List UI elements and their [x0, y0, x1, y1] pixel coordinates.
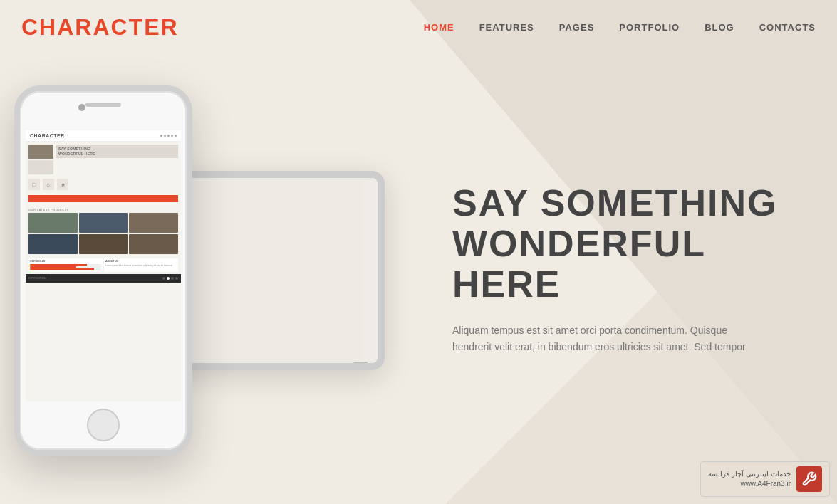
navigation: HOME FEATURES PAGES PORTFOLIO BLOG CONTA… [424, 22, 816, 33]
mini-orange-box [28, 195, 178, 202]
mini-website: CHARACTER SAY S [26, 130, 181, 401]
mini-footer-dot [162, 277, 165, 280]
mini-nav-dot [167, 135, 170, 137]
mini-headline: SAY SOMETHINGWONDERFUL HERE [56, 145, 178, 158]
mini-footer-dots [162, 277, 178, 280]
phone-mockup: CHARACTER SAY S [14, 85, 192, 456]
mini-icons-row: □ ☼ ★ [26, 177, 181, 191]
mini-footer-dot [175, 277, 178, 280]
mini-sidebar-img [28, 145, 53, 159]
mini-nav-dot [175, 135, 177, 137]
nav-contacts[interactable]: CONTACTS [759, 22, 816, 33]
phone-camera [78, 104, 85, 111]
watermark-icon [796, 466, 822, 492]
nav-pages[interactable]: PAGES [559, 22, 595, 33]
mini-footer-dot [171, 277, 174, 280]
device-mockup-area: CHARACTER SAY S [0, 43, 399, 498]
mini-project-item [129, 234, 178, 254]
hero-description: Aliquam tempus est sit amet orci porta c… [452, 322, 766, 356]
mini-footer: COPYRIGHT 2014 [26, 274, 181, 283]
mini-nav-dot [171, 135, 173, 137]
mini-project-item [28, 234, 78, 254]
watermark-line2: www.A4Fran3.ir [708, 479, 791, 489]
mini-skills-title: OUR SKILLS [30, 260, 101, 263]
mini-nav-dot [164, 135, 166, 137]
mini-hero: SAY SOMETHINGWONDERFUL HERE [26, 142, 181, 177]
mini-sidebar [28, 145, 53, 174]
mini-project-item [129, 213, 178, 233]
mini-project-item [79, 213, 128, 233]
mini-skill-bar [30, 268, 101, 270]
mini-orange-section [26, 191, 181, 206]
watermark-text-block: خدمات اینترنتی آچار فرانسه www.A4Fran3.i… [708, 469, 791, 489]
mini-about-title: ABOUT US [105, 260, 177, 263]
mini-icon: ★ [57, 179, 68, 190]
mini-about-box: ABOUT US Lorem ipsum dolor sit amet cons… [104, 258, 178, 272]
mini-project-item [28, 213, 78, 233]
mini-project-grid [28, 213, 178, 254]
mini-skill-bar [30, 264, 101, 266]
mini-nav [160, 135, 177, 137]
mini-nav-dot [160, 135, 162, 137]
mini-main-content: SAY SOMETHINGWONDERFUL HERE [56, 145, 178, 174]
mini-skills-box: OUR SKILLS [28, 258, 103, 272]
hero-headline-line2: WONDERFUL HERE [452, 224, 794, 305]
mini-sidebar-img [28, 160, 53, 174]
mini-icon: □ [28, 179, 40, 190]
nav-home[interactable]: HOME [424, 22, 454, 33]
mini-skills-section: OUR SKILLS ABOUT US Lorem ipsum dolor si… [26, 256, 181, 274]
hero-content: SAY SOMETHING WONDERFUL HERE Aliquam tem… [452, 183, 794, 356]
mini-logo: CHARACTER [30, 133, 65, 138]
mini-projects: OUR LATEST PROJECTS [26, 206, 181, 256]
nav-portfolio[interactable]: PORTFOLIO [619, 22, 680, 33]
mini-header: CHARACTER [26, 130, 181, 142]
watermark-line1: خدمات اینترنتی آچار فرانسه [708, 469, 791, 479]
mini-footer-dot-active [167, 277, 170, 280]
watermark-badge: خدمات اینترنتی آچار فرانسه www.A4Fran3.i… [700, 461, 830, 497]
nav-features[interactable]: FEATURES [479, 22, 534, 33]
mini-icon: ☼ [43, 179, 54, 190]
hero-headline-line1: SAY SOMETHING [452, 183, 794, 224]
mini-skill-bar [30, 266, 101, 268]
hero-headline: SAY SOMETHING WONDERFUL HERE [452, 183, 794, 305]
phone-screen: CHARACTER SAY S [26, 130, 181, 401]
header: CHARACTER HOME FEATURES PAGES PORTFOLIO … [0, 0, 837, 55]
mini-project-item [79, 234, 128, 254]
logo[interactable]: CHARACTER [21, 14, 179, 41]
mini-about-text: Lorem ipsum dolor sit amet consectetur a… [105, 264, 177, 268]
tablet-home-button [353, 362, 368, 364]
mini-projects-title: OUR LATEST PROJECTS [28, 208, 178, 211]
mini-footer-text: COPYRIGHT 2014 [28, 277, 46, 280]
nav-blog[interactable]: BLOG [705, 22, 734, 33]
